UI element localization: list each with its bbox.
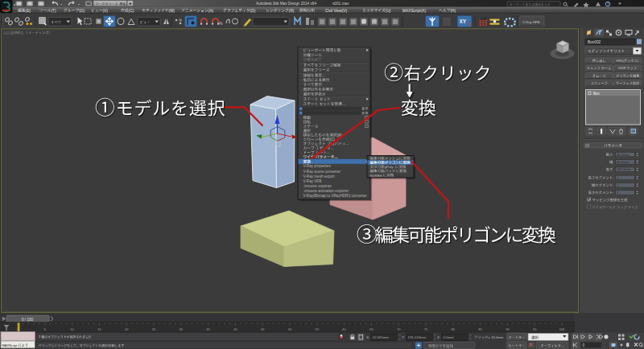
svg-text:280.0mm: 280.0mm [617,167,631,171]
svg-text:...: ... [342,102,345,106]
svg-text:NURBS: NURBS [370,174,382,178]
svg-text:.vrscene exporter: .vrscene exporter [303,184,332,188]
svg-text:65: 65 [369,327,374,331]
svg-text:40: 40 [233,327,237,331]
svg-text:V-Ray HFB: V-Ray HFB [522,20,540,24]
svg-text:Box002: Box002 [588,40,601,44]
svg-text:0.0mm: 0.0mm [444,335,455,339]
svg-text:gPoly: gPoly [385,165,394,169]
svg-text:Autodesk 3ds Max Design 2014 x: Autodesk 3ds Max Design 2014 x64 [256,2,316,6]
svg-text:V-Ray mesh export: V-Ray mesh export [303,174,336,179]
svg-text:Z:: Z: [437,335,440,339]
svg-text:(G): (G) [79,9,85,13]
svg-text:70: 70 [397,327,401,331]
svg-text:]: ] [49,31,50,35]
svg-text:85: 85 [478,327,482,331]
svg-text:FFD(: FFD( [617,59,625,63]
svg-text:...: ... [346,142,349,146]
svg-text:...: ... [561,343,564,347]
svg-text:[+] [: [+] [ [4,31,10,35]
svg-text:%: % [219,21,223,26]
svg-text:Civil View(V): Civil View(V) [325,9,347,13]
svg-text:90: 90 [506,327,510,331]
svg-text:(V): (V) [102,9,108,13]
svg-text:(H): (H) [450,9,456,13]
svg-text:30: 30 [180,327,184,331]
svg-text:60: 60 [342,327,346,331]
svg-text:10: 10 [70,327,74,331]
svg-text:(R): (R) [289,9,295,13]
svg-text:22.635mm: 22.635mm [373,335,390,339]
svg-text::: : [613,153,613,157]
svg-text:(C): (C) [129,9,134,13]
svg-text:X:: X: [366,335,369,339]
svg-text:...: ... [322,73,325,77]
svg-text:V-Ray scene converter: V-Ray scene converter [303,170,341,174]
svg-text:Y:: Y: [402,335,405,339]
svg-text:45: 45 [261,327,265,331]
svg-text:MAXScript(X): MAXScript(X) [402,9,426,13]
svg-text:...: ... [331,146,334,150]
svg-text::: : [613,176,613,180]
svg-text:(A): (A) [208,9,214,13]
svg-text:25: 25 [152,327,156,331]
svg-text:...: ... [334,155,337,159]
svg-text:...: ... [327,150,330,154]
svg-text::: : [613,191,613,195]
svg-text:(M): (M) [169,9,175,13]
svg-text:MAXScript: MAXScript [2,343,19,347]
svg-text:191.016mm: 191.016mm [408,335,427,339]
svg-text:55: 55 [316,327,320,331]
svg-text:15: 15 [97,327,101,331]
svg-text:35: 35 [206,327,210,331]
svg-text:s001.max: s001.max [332,2,349,6]
svg-text:= 10.0mm: = 10.0mm [489,335,504,339]
svg-text:95: 95 [533,327,537,331]
svg-text:80: 80 [452,327,456,331]
svg-text::: : [613,167,613,171]
svg-text:100: 100 [559,327,565,331]
svg-text:V-Ray properties: V-Ray properties [303,164,332,168]
svg-text:Box: Box [593,92,601,96]
svg-text:20: 20 [125,327,129,331]
svg-text:(U): (U) [386,9,391,13]
svg-text:(E): (E) [26,9,31,13]
svg-text::: : [118,2,118,6]
svg-text:UVW: UVW [618,66,626,70]
svg-text:80.0mm: 80.0mm [617,153,630,157]
svg-text:50: 50 [288,327,292,331]
svg-text::: : [613,183,613,187]
svg-text:V-Ray(Bitmap to VRayHDRI) conv: V-Ray(Bitmap to VRayHDRI) converter [303,194,368,198]
svg-text:XY: XY [460,18,467,24]
svg-text:0: 0 [583,343,585,347]
svg-text:0 / 100: 0 / 100 [22,318,33,322]
svg-text:(T): (T) [51,9,56,13]
svg-text:(D): (D) [250,9,256,13]
svg-text:80.0mm: 80.0mm [617,160,630,164]
svg-text:V-Ray VFB: V-Ray VFB [303,179,322,183]
svg-text:.vrscene animation exporter: .vrscene animation exporter [303,189,349,193]
svg-text::: : [613,160,613,164]
svg-text:75: 75 [424,327,428,331]
